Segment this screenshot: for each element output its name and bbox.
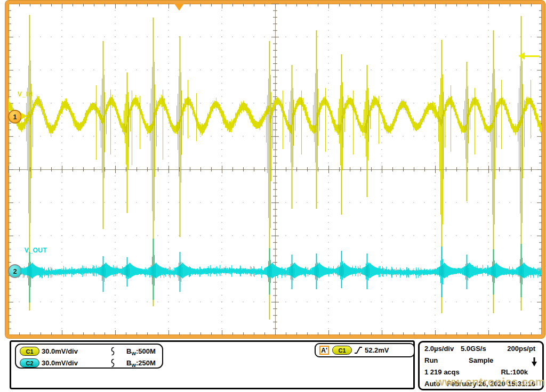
ch1-position-marker[interactable]: 1 <box>8 110 33 123</box>
ch2-waveform-label: V_OUT <box>25 247 47 254</box>
horizontal-acquisition-panel[interactable]: 2.0µs/div 5.0GS/s 200ps/pt Run Sample 1 … <box>418 341 544 390</box>
trigger-readout-panel[interactable]: A' C1 52.2mV <box>315 343 415 357</box>
ch2-badge[interactable]: C2 <box>20 358 39 368</box>
date-readout: February 26, 2020 <box>447 380 505 388</box>
ch2-position-marker[interactable]: 2 <box>8 264 33 277</box>
ch2-readout-row[interactable]: C2 30.0mV/div BW:250M <box>16 357 162 369</box>
trigger-mode: Auto <box>424 380 440 388</box>
trigger-level-arrow-head <box>518 52 525 60</box>
ch1-bw-w: W <box>131 351 136 356</box>
ch2-bw-w: W <box>131 363 136 368</box>
ch1-badge[interactable]: C1 <box>20 347 39 356</box>
ac-coupling-icon <box>110 358 116 370</box>
ch1-readout-row[interactable]: C1 30.0mV/div BW:500M <box>16 346 162 357</box>
down-arrow-icon <box>531 357 537 369</box>
channel-readout-panel[interactable]: C1 30.0mV/div BW:500M C2 30.0mV/div BW:2… <box>15 344 163 369</box>
record-length: RL:100k <box>501 368 528 376</box>
ch1-marker-number: 1 <box>8 110 22 124</box>
ch1-waveform-label: V_IN <box>18 91 33 98</box>
ch2-marker-number: 2 <box>8 264 22 278</box>
trigger-mode-badge[interactable]: A' <box>319 346 329 355</box>
acquisition-count-row: 1 219 acqs RL:100k <box>420 368 542 380</box>
rising-edge-icon <box>354 346 363 357</box>
ch1-bw-value: :500M <box>136 347 156 355</box>
ch2-bw-b: B <box>126 359 131 367</box>
trigger-source-badge[interactable]: C1 <box>332 346 352 355</box>
ac-coupling-icon <box>110 347 116 358</box>
sample-rate-readout: 5.0GS/s <box>461 345 486 353</box>
waveform-canvas <box>9 4 542 335</box>
ch1-bw-b: B <box>126 347 131 355</box>
oscilloscope-screen: 1 2 V_IN V_OUT C1 30.0mV/div BW:500M C2 … <box>0 0 546 392</box>
graticule-frame <box>5 1 545 338</box>
ch1-scale: 30.0mV/div <box>42 347 78 355</box>
acq-state: Run <box>424 356 438 364</box>
trigger-level-arrow-tail <box>525 55 540 57</box>
resolution-readout: 200ps/pt <box>507 345 535 353</box>
ch2-bandwidth: BW:250M <box>126 359 156 368</box>
ch2-scale: 30.0mV/div <box>42 359 78 367</box>
acquisition-state-row: Run Sample <box>420 356 542 368</box>
timebase-readout: 2.0µs/div <box>424 345 454 353</box>
ch1-bandwidth: BW:500M <box>126 347 156 356</box>
trigger-mode-row: Auto February 26, 2020 15:31:16 <box>420 380 542 391</box>
trigger-level-marker-icon[interactable] <box>517 52 541 61</box>
timebase-row: 2.0µs/div 5.0GS/s 200ps/pt <box>420 345 542 356</box>
time-readout: 15:31:16 <box>508 380 535 388</box>
trigger-position-marker-icon[interactable] <box>174 4 184 11</box>
ch2-bw-value: :250M <box>136 359 156 367</box>
ch1-marker-arrow-icon <box>21 113 27 119</box>
acq-mode: Sample <box>469 356 493 364</box>
trigger-level-readout: 52.2mV <box>365 346 389 354</box>
ch2-marker-arrow-icon <box>21 267 27 274</box>
acq-count: 1 219 acqs <box>424 368 460 376</box>
